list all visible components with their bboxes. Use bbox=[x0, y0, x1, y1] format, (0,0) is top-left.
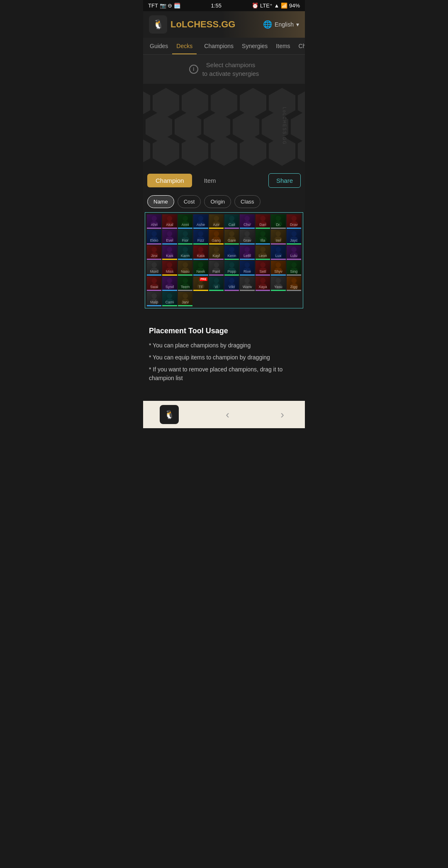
champ-cell-evelynn[interactable]: Evel bbox=[162, 230, 177, 244]
champ-cell-jinx[interactable]: Jinx bbox=[147, 245, 161, 260]
champ-cell-mordekaiser[interactable]: Mord bbox=[147, 261, 161, 275]
hex-cell[interactable] bbox=[143, 136, 150, 166]
item-tab[interactable]: Item bbox=[195, 174, 224, 187]
champ-cell-kennen[interactable]: Kenn bbox=[224, 245, 239, 260]
champ-name: Azir bbox=[209, 223, 224, 227]
champ-cell-kayle[interactable]: Kayl bbox=[209, 245, 224, 260]
champ-cell-graves[interactable]: Grav bbox=[240, 230, 254, 244]
champ-cell-neeko[interactable]: Neek bbox=[193, 261, 208, 275]
champ-cell-karma[interactable]: Karm bbox=[178, 245, 192, 260]
champ-cell-camille[interactable]: Cami bbox=[162, 292, 177, 306]
champ-cell-lulu[interactable]: Lulu bbox=[287, 245, 301, 260]
champ-cell-ashe[interactable]: Ashe bbox=[193, 214, 208, 229]
champ-cell-garen[interactable]: Gare bbox=[224, 230, 239, 244]
champ-cell-caitlyn[interactable]: Cait bbox=[224, 214, 239, 229]
hex-cell[interactable] bbox=[240, 136, 266, 166]
svg-point-70 bbox=[229, 262, 234, 268]
champ-cell-xayah[interactable]: Xaya bbox=[256, 276, 270, 291]
champ-cell-ekko[interactable]: Ekko bbox=[147, 230, 161, 244]
svg-point-36 bbox=[276, 231, 281, 237]
language-selector[interactable]: 🌐 English ▾ bbox=[263, 20, 299, 29]
champ-cell-irelia[interactable]: Irel bbox=[271, 230, 285, 244]
champ-cell-azir[interactable]: Azir bbox=[209, 214, 224, 229]
champ-name: Gang bbox=[209, 238, 224, 242]
champ-cell-leblanc[interactable]: LeBl bbox=[240, 245, 254, 260]
champ-cell-warwick[interactable]: Warw bbox=[240, 276, 254, 291]
champ-cell-malphite[interactable]: Malp bbox=[147, 292, 161, 306]
bottom-nav: 🐧 ‹ › bbox=[143, 401, 305, 428]
champ-cell-vi[interactable]: Vi bbox=[209, 276, 224, 291]
champ-cell-jayce[interactable]: Jayc bbox=[287, 230, 301, 244]
share-button[interactable]: Share bbox=[268, 173, 301, 188]
back-button[interactable]: ‹ bbox=[222, 406, 234, 424]
hex-cell[interactable] bbox=[298, 136, 305, 166]
champ-cell-yasuo[interactable]: Yasu bbox=[271, 276, 285, 291]
nav-decks[interactable]: Decks bbox=[172, 38, 197, 54]
champ-name: Grav bbox=[240, 238, 254, 242]
champ-cell-missfortune[interactable]: Miss bbox=[162, 261, 177, 275]
svg-point-40 bbox=[151, 247, 157, 252]
svg-point-102 bbox=[167, 293, 173, 299]
champ-cell-singed[interactable]: Sing bbox=[287, 261, 301, 275]
svg-point-60 bbox=[151, 262, 157, 268]
sort-name[interactable]: Name bbox=[147, 195, 174, 208]
sort-origin[interactable]: Origin bbox=[204, 195, 231, 208]
champ-cell-riven[interactable]: Rive bbox=[240, 261, 254, 275]
champ-cell-ahri[interactable]: Ahri bbox=[147, 214, 161, 229]
champ-cell-swain[interactable]: Swai bbox=[147, 276, 161, 291]
champ-cell-pantheon[interactable]: Pant bbox=[209, 261, 224, 275]
champ-name: Jinx bbox=[147, 254, 161, 258]
svg-point-104 bbox=[183, 293, 188, 299]
champ-cell-katarina[interactable]: Kata bbox=[193, 245, 208, 260]
champ-cell-darius[interactable]: Dari bbox=[256, 214, 270, 229]
hex-cell[interactable] bbox=[182, 136, 208, 166]
svg-point-14 bbox=[260, 216, 265, 221]
champ-cell-teemo[interactable]: Teem bbox=[178, 276, 192, 291]
champ-name: Lux bbox=[271, 254, 285, 258]
svg-point-50 bbox=[229, 247, 234, 252]
champ-cell-fizz[interactable]: Fizz bbox=[193, 230, 208, 244]
champ-cell-chogath[interactable]: Cho' bbox=[240, 214, 254, 229]
hex-cell[interactable] bbox=[211, 136, 237, 166]
nav-synergies[interactable]: Synergies bbox=[238, 38, 272, 54]
tab-group: Champion Item bbox=[147, 174, 224, 187]
champ-cell-tf[interactable]: PRETF bbox=[193, 276, 208, 291]
svg-point-10 bbox=[229, 216, 234, 221]
champ-cell-poppy[interactable]: Popp bbox=[224, 261, 239, 275]
champ-cell-sett[interactable]: Sett bbox=[256, 261, 270, 275]
hex-cell[interactable] bbox=[153, 136, 179, 166]
forward-button[interactable]: › bbox=[276, 406, 288, 424]
champ-cell-illaoi[interactable]: Illa bbox=[256, 230, 270, 244]
champ-cell-nasus[interactable]: Nasu bbox=[178, 261, 192, 275]
champ-cell-lux[interactable]: Lux bbox=[271, 245, 285, 260]
nav-items[interactable]: Items bbox=[272, 38, 294, 54]
champ-cell-shyvana[interactable]: Shyv bbox=[271, 261, 285, 275]
champ-cell-leona[interactable]: Leon bbox=[256, 245, 270, 260]
champ-name: Zigg bbox=[287, 285, 301, 289]
champ-cell-fiora[interactable]: Fior bbox=[178, 230, 192, 244]
nav-guides[interactable]: Guides bbox=[146, 38, 172, 54]
sort-class[interactable]: Class bbox=[234, 195, 261, 208]
champ-name: Jayc bbox=[287, 238, 301, 242]
champ-cell-syndra[interactable]: Synd bbox=[162, 276, 177, 291]
champ-cell-draven[interactable]: Drav bbox=[287, 214, 301, 229]
champ-cell-gangplank[interactable]: Gang bbox=[209, 230, 224, 244]
champ-cell-drmundo[interactable]: Dr. bbox=[271, 214, 285, 229]
sort-cost[interactable]: Cost bbox=[178, 195, 201, 208]
globe-icon: 🌐 bbox=[263, 20, 272, 29]
svg-point-4 bbox=[183, 216, 188, 221]
champ-cell-annie[interactable]: Anni bbox=[178, 214, 192, 229]
nav-cheat-sheet[interactable]: Cheat Sheet bbox=[295, 38, 305, 54]
champ-name: Karm bbox=[178, 254, 192, 258]
champ-cell-jarvan[interactable]: Jarv bbox=[178, 292, 192, 306]
champion-tab[interactable]: Champion bbox=[147, 174, 192, 187]
champ-name: Gare bbox=[224, 238, 239, 242]
champ-cell-viktor[interactable]: Vikt bbox=[224, 276, 239, 291]
champ-cell-kaisa[interactable]: Kais bbox=[162, 245, 177, 260]
champ-cell-ziggs[interactable]: Zigg bbox=[287, 276, 301, 291]
nav-champions[interactable]: Champions bbox=[200, 38, 238, 54]
svg-point-80 bbox=[151, 278, 157, 283]
svg-point-54 bbox=[260, 247, 265, 252]
champ-name: Vikt bbox=[224, 285, 239, 289]
champ-cell-akali[interactable]: Akal bbox=[162, 214, 177, 229]
